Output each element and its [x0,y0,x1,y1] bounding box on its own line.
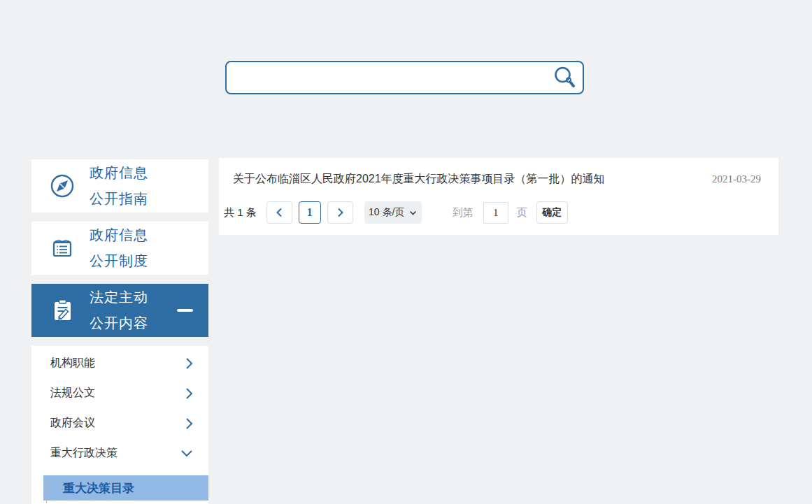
article-date: 2021-03-29 [712,173,761,185]
pagination: 共 1 条 1 10 条/页 到第 页 确定 [224,201,568,224]
sidebar-item-label: 法定主动 公开内容 [90,285,148,336]
chevron-right-icon [185,387,193,400]
chevron-right-icon [185,417,193,430]
chevron-left-icon [276,208,283,217]
search-icon [552,65,577,90]
sidebar-item-statutory-disclosure[interactable]: 法定主动 公开内容 [31,284,208,337]
goto-page-unit: 页 [517,206,527,219]
submenu-child-label: 重大决策目录 [63,480,134,496]
submenu-item-label: 法规公文 [50,386,95,401]
submenu-child-major-decision-catalog[interactable]: 重大决策目录 [43,475,208,501]
page-size-value: 10 条/页 [369,206,404,219]
article-title[interactable]: 关于公布临淄区人民政府2021年度重大行政决策事项目录（第一批）的通知 [233,172,605,187]
sidebar-item-label: 政府信息 公开制度 [90,222,148,274]
chevron-right-icon [185,357,193,370]
compass-icon [49,173,78,199]
page-size-select[interactable]: 10 条/页 [364,201,422,224]
goto-page-input[interactable] [483,202,508,224]
goto-page-label: 到第 [453,206,473,219]
submenu-item-label: 重大行政决策 [50,446,117,461]
minus-icon [177,309,193,312]
page-number-button[interactable]: 1 [299,201,321,224]
article-list-panel: 关于公布临淄区人民政府2021年度重大行政决策事项目录（第一批）的通知 2021… [219,158,778,235]
pagination-total: 共 1 条 [224,206,257,219]
document-icon [49,235,78,261]
confirm-button[interactable]: 确定 [536,201,568,224]
sidebar-submenu: 机构职能 法规公文 政府会议 重大行政决策 重大决策目录 [31,346,208,504]
chevron-down-icon [409,210,417,215]
tree-dashed-line [46,477,47,504]
search-button[interactable] [546,62,583,93]
submenu-item-org-functions[interactable]: 机构职能 [31,348,208,378]
chevron-down-icon [180,449,193,457]
submenu-item-regulations[interactable]: 法规公文 [31,378,208,408]
submenu-item-label: 政府会议 [50,416,95,431]
sidebar-item-guide[interactable]: 政府信息 公开指南 [31,159,208,213]
chevron-right-icon [337,208,343,217]
next-page-button[interactable] [327,201,353,224]
sidebar-item-label: 政府信息 公开指南 [90,160,148,212]
submenu-item-gov-meetings[interactable]: 政府会议 [31,408,208,438]
search-input[interactable] [227,62,546,93]
article-list-item[interactable]: 关于公布临淄区人民政府2021年度重大行政决策事项目录（第一批）的通知 2021… [219,166,778,192]
search-box [225,61,584,94]
submenu-item-major-decisions[interactable]: 重大行政决策 [31,438,208,468]
submenu-item-label: 机构职能 [50,356,95,370]
sidebar: 政府信息 公开指南 政府信息 公开制度 [31,159,208,504]
prev-page-button[interactable] [266,201,292,224]
sidebar-item-system[interactable]: 政府信息 公开制度 [31,222,208,275]
clipboard-pen-icon [49,297,78,324]
